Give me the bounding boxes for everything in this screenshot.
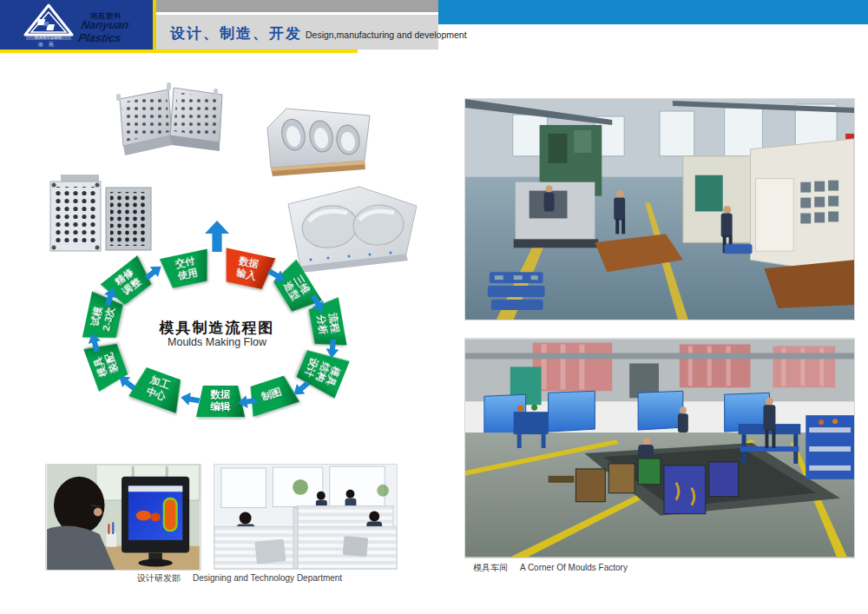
page-title-english: Design,manufacturing and development bbox=[306, 30, 467, 40]
photo-injection-mould-pair bbox=[109, 82, 233, 168]
photo-three-cavity-mould bbox=[260, 100, 375, 180]
flow-node-6: 数据 编辑 bbox=[196, 386, 245, 417]
flow-node-3: 流程 分析 bbox=[307, 297, 346, 350]
photo-mould-plates-with-holes bbox=[45, 174, 156, 255]
flow-node-label: 试模 2-3次 bbox=[89, 303, 117, 332]
flow-node-5: 制图 bbox=[244, 373, 299, 417]
flow-node-label: 流程 分析 bbox=[314, 312, 341, 335]
flow-node-label: 交付 使用 bbox=[174, 255, 199, 282]
flow-node-label: 加工 中心 bbox=[145, 374, 172, 403]
flow-node-label: 数据 输入 bbox=[235, 255, 260, 282]
flow-node-label: 模具 装配 bbox=[92, 352, 121, 379]
caption-design-dept: 设计研发部Designing and Technology Department bbox=[137, 572, 342, 584]
photo-two-cavity-mould-block bbox=[276, 180, 422, 272]
caption-design-dept-cn: 设计研发部 bbox=[137, 573, 181, 583]
brochure-page: NANYUAN 南苑 南苑塑料 Nanyuan Plastics 设计、制造、开… bbox=[0, 0, 868, 614]
caption-design-dept-en: Designing and Technology Department bbox=[193, 573, 342, 583]
flow-title-chinese: 模具制造流程图 bbox=[126, 318, 308, 338]
flow-node-label: 制图 bbox=[260, 386, 283, 404]
caption-moulds-factory-en: A Corner Of Moulds Factory bbox=[520, 563, 628, 572]
header-blue-bar bbox=[438, 0, 868, 24]
flow-node-label: 数据 编辑 bbox=[211, 389, 231, 413]
flow-node-label: 精修 调整 bbox=[114, 267, 144, 298]
caption-moulds-factory-cn: 模具车间 bbox=[473, 563, 508, 572]
header-gray-strip bbox=[156, 0, 438, 12]
page-title-chinese: 设计、制造、开发 bbox=[170, 23, 302, 43]
flow-node-1: 数据 输入 bbox=[220, 248, 276, 290]
photo-machining-workshop bbox=[464, 98, 855, 320]
photo-design-office-cubicles bbox=[214, 464, 398, 570]
flow-title-english: Moulds Making Flow bbox=[126, 336, 308, 348]
flow-node-11: 交付 使用 bbox=[160, 249, 214, 290]
flow-node-7: 加工 中心 bbox=[128, 365, 187, 413]
flow-node-label: 三维 造型 bbox=[280, 274, 311, 303]
logo-mark-text: NANYUAN bbox=[26, 35, 71, 40]
photo-designer-at-cad-monitor bbox=[45, 464, 201, 571]
photo-moulds-workshop bbox=[464, 338, 855, 558]
header-yellow-underline bbox=[0, 50, 358, 53]
logo-block: NANYUAN 南苑 南苑塑料 Nanyuan Plastics bbox=[0, 0, 153, 50]
caption-moulds-factory: 模具车间A Corner Of Moulds Factory bbox=[473, 562, 628, 574]
company-name-english: Nanyuan Plastics bbox=[77, 18, 155, 44]
logo-mark-cn: 南苑 bbox=[26, 41, 71, 49]
company-logo-triangle-icon bbox=[23, 3, 75, 38]
